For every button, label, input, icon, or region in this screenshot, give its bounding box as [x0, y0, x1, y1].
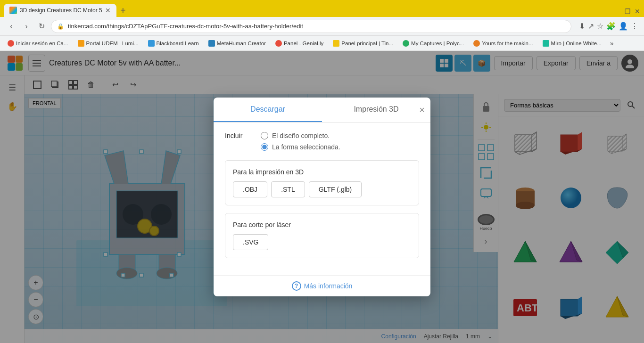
bookmark-9-icon	[543, 40, 549, 47]
bookmark-9-label: Miro | Online White...	[551, 41, 602, 46]
section-laser-cut: Para corte por láser .SVG	[225, 213, 419, 258]
bookmark-3-icon	[148, 40, 155, 47]
modal-tabs: Descargar Impresión 3D ×	[214, 98, 430, 122]
section-3d-print: Para la impresión en 3D .OBJ .STL GLTF (…	[225, 160, 419, 205]
address-bar-icons: ⬇ ↗ ☆ 🧩 👤 ⋮	[579, 22, 638, 31]
extensions-icon[interactable]: 🧩	[606, 22, 616, 31]
incluir-label: Incluir	[225, 132, 253, 139]
bookmark-5-icon	[275, 40, 282, 47]
active-tab[interactable]: 3D design Creatures DC Motor 5 ✕	[4, 4, 116, 17]
bookmark-4[interactable]: MetaHuman Creator	[205, 39, 270, 48]
btn-svg[interactable]: .SVG	[233, 234, 268, 250]
btn-stl[interactable]: .STL	[271, 181, 305, 197]
modal-close-button[interactable]: ×	[419, 105, 425, 114]
app-area: Creatures DC Motor 5v with AA batter... …	[0, 51, 644, 343]
btn-gltf[interactable]: GLTF (.glb)	[309, 181, 362, 197]
bookmarks-more-button[interactable]: »	[607, 39, 617, 48]
close-window-button[interactable]: ✕	[635, 8, 640, 15]
radio-forma-label: La forma seleccionada.	[272, 143, 340, 151]
minimize-button[interactable]: —	[614, 8, 621, 15]
address-bar: ‹ › ↻ 🔒 tinkercad.com/things/cDZTApPGuTF…	[0, 17, 644, 36]
bookmark-1[interactable]: Iniciar sesión en Ca...	[4, 39, 72, 48]
new-tab-button[interactable]: +	[116, 4, 130, 17]
bookmark-4-label: MetaHuman Creator	[217, 41, 266, 46]
url-text: tinkercad.com/things/cDZTApPGuTF-creatur…	[68, 23, 565, 30]
bookmark-2-icon	[78, 40, 84, 47]
modal-footer: ? Más información	[214, 275, 430, 296]
bookmark-9[interactable]: Miro | Online White...	[539, 39, 605, 48]
bookmark-star-icon[interactable]: ☆	[597, 22, 603, 31]
bookmark-5-label: Panel - Genial.ly	[284, 41, 323, 46]
tab-bar: 3D design Creatures DC Motor 5 ✕ + — ❐ ✕	[0, 0, 644, 17]
modal-body: Incluir El diseño completo. La forma sel…	[214, 122, 430, 275]
profile-icon[interactable]: 👤	[619, 22, 628, 31]
radio-diseno-input[interactable]	[261, 132, 268, 139]
section-3d-title: Para la impresión en 3D	[233, 168, 411, 176]
lock-icon: 🔒	[57, 23, 64, 30]
incluir-radio-group: El diseño completo. La forma seleccionad…	[261, 132, 340, 151]
bookmark-3-label: Blackboard Learn	[157, 41, 199, 46]
bookmark-5[interactable]: Panel - Genial.ly	[272, 39, 327, 48]
download-modal: Descargar Impresión 3D × Incluir El dise…	[214, 98, 430, 296]
modal-overlay[interactable]: Descargar Impresión 3D × Incluir El dise…	[0, 51, 644, 343]
tab-favicon	[9, 7, 17, 14]
share-icon[interactable]: ↗	[588, 22, 594, 31]
bookmark-8-label: Yours for the makin...	[482, 41, 533, 46]
section-laser-title: Para corte por láser	[233, 221, 411, 229]
bookmark-6-icon	[333, 40, 339, 47]
bookmark-3[interactable]: Blackboard Learn	[144, 39, 203, 48]
help-circle-icon: ?	[292, 281, 301, 291]
browser-chrome: 3D design Creatures DC Motor 5 ✕ + — ❐ ✕…	[0, 0, 644, 51]
radio-forma-seleccionada[interactable]: La forma seleccionada.	[261, 143, 340, 151]
url-input[interactable]: 🔒 tinkercad.com/things/cDZTApPGuTF-creat…	[51, 20, 571, 33]
radio-forma-input[interactable]	[261, 143, 268, 151]
radio-diseno-label: El diseño completo.	[272, 132, 330, 139]
menu-icon[interactable]: ⋮	[631, 22, 638, 31]
mas-info-label: Más información	[304, 282, 353, 290]
forward-button[interactable]: ›	[21, 21, 32, 32]
window-controls: — ❐ ✕	[614, 8, 640, 17]
bookmark-4-icon	[208, 40, 215, 47]
bookmark-7-icon	[403, 40, 409, 47]
back-button[interactable]: ‹	[6, 21, 17, 32]
radio-diseno-completo[interactable]: El diseño completo.	[261, 132, 340, 139]
bookmark-1-icon	[8, 40, 14, 47]
tab-title: 3D design Creatures DC Motor 5	[20, 7, 102, 14]
bookmark-1-label: Iniciar sesión en Ca...	[16, 41, 68, 46]
mas-info-link[interactable]: ? Más información	[292, 281, 353, 291]
tab-close-button[interactable]: ✕	[105, 7, 111, 14]
bookmark-6[interactable]: Panel principal | Tin...	[329, 39, 397, 48]
bookmark-6-label: Panel principal | Tin...	[341, 41, 393, 46]
btn-obj[interactable]: .OBJ	[233, 181, 267, 197]
bookmark-7[interactable]: My Captures | Polyc...	[399, 39, 468, 48]
format-buttons-3d: .OBJ .STL GLTF (.glb)	[233, 181, 411, 197]
bookmark-8-icon	[473, 40, 480, 47]
format-buttons-laser: .SVG	[233, 234, 411, 250]
refresh-button[interactable]: ↻	[36, 21, 47, 32]
bookmark-8[interactable]: Yours for the makin...	[470, 39, 537, 48]
bookmark-2[interactable]: Portal UDEM | Lumi...	[74, 39, 142, 48]
incluir-row: Incluir El diseño completo. La forma sel…	[225, 132, 419, 151]
tab-impresion[interactable]: Impresión 3D	[322, 98, 430, 122]
tab-descargar[interactable]: Descargar	[214, 98, 322, 122]
bookmarks-bar: Iniciar sesión en Ca... Portal UDEM | Lu…	[0, 36, 644, 51]
bookmark-2-label: Portal UDEM | Lumi...	[86, 41, 139, 46]
bookmark-7-label: My Captures | Polyc...	[411, 41, 464, 46]
download-icon[interactable]: ⬇	[579, 22, 585, 31]
maximize-button[interactable]: ❐	[625, 8, 631, 15]
